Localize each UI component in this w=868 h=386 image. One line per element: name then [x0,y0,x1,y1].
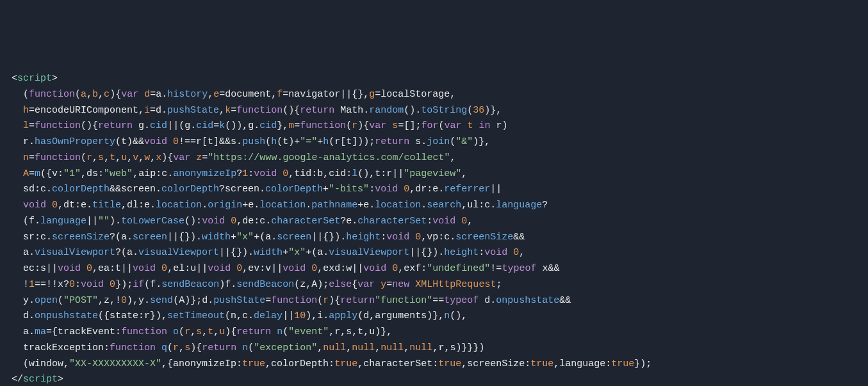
code-line: d.onpushstate({state:r}),setTimeout(n,c.… [12,310,467,321]
code-line: y.open("POST",z,!0),y.send(A)};d.pushSta… [12,295,571,306]
code-line: r.hasOwnProperty(t)&&void 0!==r[t]&&s.pu… [12,136,490,147]
code-line: n=function(r,s,t,u,v,w,x){var z="https:/… [12,152,455,163]
code-line: a.ma={trackEvent:function o(r,s,t,u){ret… [12,326,392,337]
code-line: a.visualViewport?(a.visualViewport||{}).… [12,247,525,258]
code-line: l=function(){return g.cid||(g.cid=k()),g… [12,120,508,131]
code-line: </script> [12,374,63,385]
code-line: sr:c.screenSize?(a.screen||{}).width+"x"… [12,232,525,243]
code-line: <script> [12,73,58,84]
code-line: h=encodeURIComponent,i=d.pushState,k=fun… [12,105,502,116]
code-line: A=m({v:"1",ds:"web",aip:c.anonymizeIp?1:… [12,168,467,179]
code-line: ec:s||void 0,ea:t||void 0,el:u||void 0,e… [12,263,559,274]
code-line: (function(a,b,c){var d=a.history,e=docum… [12,89,455,100]
code-line: trackException:function q(r,s){return n(… [12,342,484,353]
code-line: sd:c.colorDepth&&screen.colorDepth?scree… [12,184,502,195]
code-line: void 0,dt:e.title,dl:e.location.origin+e… [12,200,548,211]
code-block: <script> (function(a,b,c){var d=a.histor… [12,71,856,386]
code-line: (f.language||"").toLowerCase():void 0,de… [12,216,473,227]
code-line: !1==!!x?0:void 0});if(f.sendBeacon)f.sen… [12,279,502,290]
code-line: (window,"XX-XXXXXXXXX-X",{anonymizeIp:tr… [12,358,651,369]
